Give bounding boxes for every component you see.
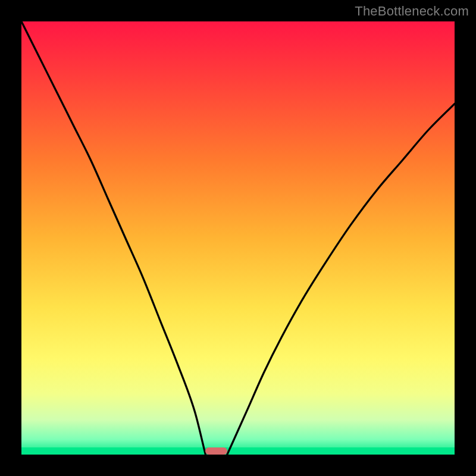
bottleneck-curve xyxy=(21,21,455,455)
bottleneck-marker xyxy=(205,447,227,455)
curve-left-branch xyxy=(21,21,205,455)
curve-right-branch xyxy=(227,104,455,455)
watermark-text: TheBottleneck.com xyxy=(355,4,469,19)
plot-area xyxy=(21,21,455,455)
